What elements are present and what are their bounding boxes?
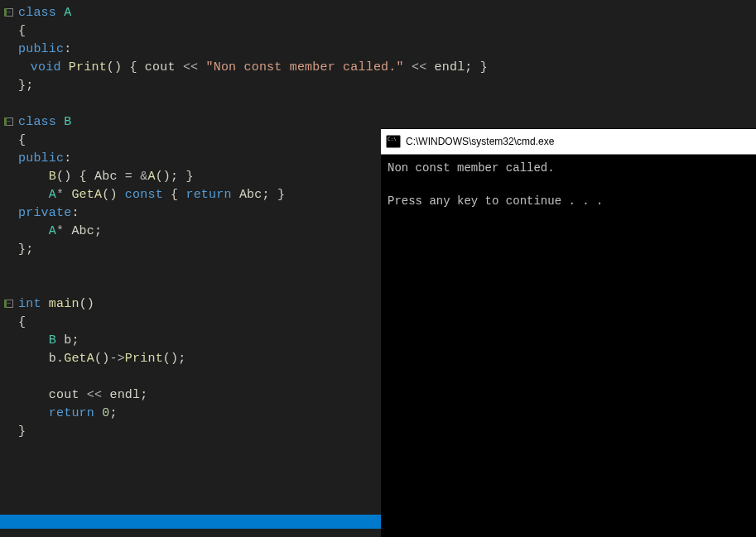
code-line[interactable]: cout << endl;	[0, 386, 381, 404]
code-text[interactable]: private:	[18, 206, 381, 220]
code-line[interactable]: };	[0, 240, 381, 258]
code-text[interactable]: public:	[18, 42, 381, 56]
console-window: C:\WINDOWS\system32\cmd.exe Non const me…	[381, 128, 756, 537]
code-text[interactable]: b.GetA()->Print();	[18, 352, 381, 366]
code-text[interactable]: {	[18, 315, 381, 329]
code-line[interactable]: public:	[0, 40, 381, 58]
code-text[interactable]: A* Abc;	[18, 224, 381, 238]
code-text[interactable]: public:	[18, 151, 381, 165]
code-line[interactable]: b.GetA()->Print();	[0, 349, 381, 367]
console-title-text: C:\WINDOWS\system32\cmd.exe	[406, 136, 554, 147]
console-titlebar[interactable]: C:\WINDOWS\system32\cmd.exe	[381, 129, 756, 155]
fold-toggle-icon[interactable]: −	[5, 300, 13, 308]
code-line[interactable]: void Print() { cout << "Non const member…	[0, 58, 381, 76]
code-text[interactable]: B b;	[18, 333, 381, 348]
code-text[interactable]: A* GetA() const { return Abc; }	[18, 188, 381, 202]
code-line[interactable]	[0, 367, 381, 386]
code-line[interactable]: }	[0, 422, 381, 440]
code-line[interactable]: A* Abc;	[0, 222, 381, 240]
code-line[interactable]	[0, 94, 381, 113]
code-text[interactable]: cout << endl;	[18, 388, 381, 402]
code-text[interactable]: {	[18, 24, 381, 38]
code-text[interactable]: {	[18, 133, 381, 147]
code-text[interactable]: void Print() { cout << "Non const member…	[0, 60, 488, 74]
code-line[interactable]: B b;	[0, 331, 381, 349]
gutter: −	[0, 300, 18, 308]
code-editor[interactable]: −class A{public: void Print() { cout << …	[0, 0, 381, 537]
code-line[interactable]	[0, 258, 381, 276]
fold-toggle-icon[interactable]: −	[5, 117, 13, 126]
gutter: −	[0, 117, 18, 126]
fold-toggle-icon[interactable]: −	[5, 8, 13, 17]
code-text[interactable]: };	[18, 242, 381, 257]
code-text[interactable]: int main()	[18, 297, 381, 311]
gutter: −	[0, 8, 18, 17]
code-text[interactable]: class B	[18, 115, 381, 129]
code-line[interactable]	[0, 276, 381, 295]
code-line[interactable]: {	[0, 313, 381, 331]
code-text[interactable]: };	[18, 79, 381, 93]
code-line[interactable]: {	[0, 22, 381, 40]
code-line[interactable]: return 0;	[0, 404, 381, 422]
code-line[interactable]: −int main()	[0, 295, 381, 313]
code-line[interactable]: {	[0, 131, 381, 149]
cmd-icon	[386, 135, 401, 148]
code-line[interactable]: public:	[0, 149, 381, 167]
code-line[interactable]: −class A	[0, 3, 381, 22]
code-line[interactable]: A* GetA() const { return Abc; }	[0, 185, 381, 204]
code-line[interactable]: private:	[0, 204, 381, 222]
code-text[interactable]: }	[18, 424, 381, 439]
code-text[interactable]: B() { Abc = &A(); }	[18, 170, 381, 184]
code-line[interactable]: };	[0, 76, 381, 94]
code-line[interactable]: −class B	[0, 113, 381, 131]
code-text[interactable]: return 0;	[18, 406, 381, 420]
console-output[interactable]: Non const member called. Press any key t…	[381, 155, 756, 214]
code-text[interactable]: class A	[18, 6, 381, 20]
code-line[interactable]: B() { Abc = &A(); }	[0, 167, 381, 185]
horizontal-scrollbar-thumb[interactable]	[0, 515, 381, 529]
